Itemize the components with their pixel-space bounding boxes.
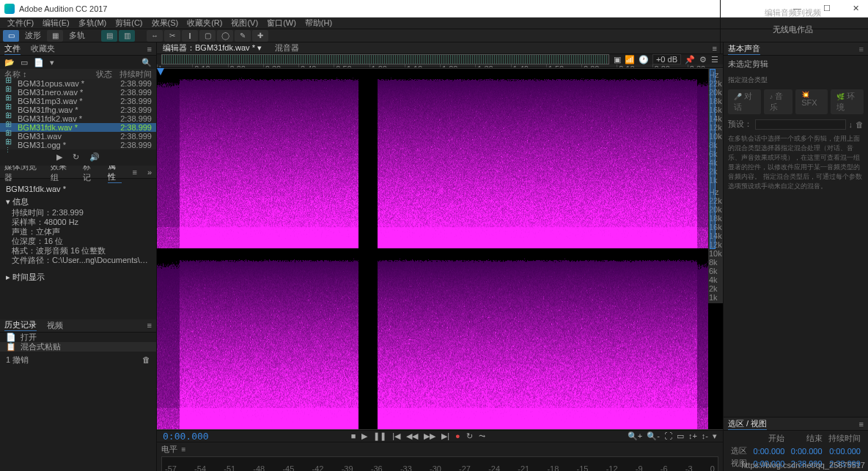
trash-icon[interactable]: 🗑 xyxy=(142,355,150,364)
menu-clip[interactable]: 剪辑(C) xyxy=(112,17,145,29)
workspace-default[interactable]: 默认 xyxy=(785,0,801,1)
col-name[interactable]: 名称 ↕ xyxy=(4,69,96,79)
sel-end[interactable]: 0:00.000 xyxy=(787,445,825,457)
file-import-icon[interactable]: 📄 xyxy=(34,58,44,67)
zoom-out-icon[interactable]: 🔍- xyxy=(647,431,660,441)
pill-dialogue[interactable]: 🎤 对话 xyxy=(728,89,761,114)
menu-effects[interactable]: 效果(S) xyxy=(149,17,182,29)
multitrack-view-button[interactable]: ▦ xyxy=(47,30,63,42)
sel-start[interactable]: 0:00.000 xyxy=(750,445,787,457)
props-time-display-section[interactable]: ▸ 时间显示 xyxy=(6,272,150,282)
spectrogram-left-channel[interactable] xyxy=(157,69,708,248)
tool-lasso[interactable]: ◯ xyxy=(217,30,233,42)
tab-properties[interactable]: 属性 xyxy=(108,166,122,183)
panel-menu-icon[interactable]: ≡ xyxy=(859,420,864,429)
pause-button[interactable]: ❚❚ xyxy=(373,431,386,441)
file-row[interactable]: ⊞⋮BGM31.ogg *2:38.999 xyxy=(0,141,156,149)
multitrack-label[interactable]: 多轨 xyxy=(65,30,89,41)
menu-multitrack[interactable]: 多轨(M) xyxy=(76,17,110,29)
ffwd-button[interactable]: ▶▶ xyxy=(424,431,435,441)
spectral-freq-button[interactable]: ▤ xyxy=(101,30,117,42)
tool-razor[interactable]: ✂ xyxy=(164,30,180,42)
panel-menu-icon[interactable]: ≡ xyxy=(859,45,864,53)
props-info-section[interactable]: ▾ 信息 xyxy=(6,197,150,207)
file-loop-icon[interactable]: ↻ xyxy=(73,152,79,162)
waveform-label[interactable]: 波形 xyxy=(21,30,45,41)
channel-pref-icon[interactable]: ⚙ xyxy=(699,55,707,64)
file-row[interactable]: ⊞⋮BGM31fhg.wav *2:38.999 xyxy=(0,105,156,114)
goto-start-button[interactable]: |◀ xyxy=(392,431,400,441)
tool-heal[interactable]: ✚ xyxy=(252,30,268,42)
tab-files[interactable]: 文件 xyxy=(4,43,21,55)
panel-menu-icon[interactable]: ≡ xyxy=(713,44,717,53)
file-autoplay-icon[interactable]: 🔊 xyxy=(89,152,100,162)
zoom-out-vert-icon[interactable]: ↕- xyxy=(702,431,708,441)
file-row[interactable]: ⊞⋮BGM31fdk.wav *2:38.999 xyxy=(0,123,156,132)
panel-overflow-icon[interactable]: » xyxy=(147,168,152,177)
menu-help[interactable]: 帮助(H) xyxy=(302,17,335,29)
pill-ambience[interactable]: 🌿 环境 xyxy=(831,89,864,114)
skip-button[interactable]: ⤳ xyxy=(479,431,485,441)
spectrogram-right-channel[interactable] xyxy=(157,250,708,429)
preset-save-icon[interactable]: ↓ xyxy=(849,120,853,129)
workspace-radio[interactable]: 无线电作品 xyxy=(773,24,813,35)
tool-time-select[interactable]: I xyxy=(182,30,198,42)
panel-menu-icon[interactable]: ≡ xyxy=(147,321,152,330)
editor-tab[interactable]: 编辑器：BGM31fdk.wav * ▾ xyxy=(163,42,262,53)
panel-menu-icon[interactable]: ≡ xyxy=(132,168,136,177)
tab-essential-sound[interactable]: 基本声音 xyxy=(728,43,760,55)
pin-icon[interactable]: 📌 xyxy=(685,55,695,64)
history-item[interactable]: 📋混合式粘贴 xyxy=(0,342,156,352)
channel-list-icon[interactable]: ☰ xyxy=(711,55,718,64)
hud-icon[interactable]: ▣ xyxy=(614,55,621,64)
tab-selection-view[interactable]: 选区 / 视图 xyxy=(728,418,767,430)
tab-video[interactable]: 视频 xyxy=(47,320,63,331)
file-row[interactable]: ⊞⋮BGM31opus.wav *2:38.999 xyxy=(0,79,156,88)
file-row[interactable]: ⊞⋮BGM31nero.wav *2:38.999 xyxy=(0,88,156,97)
stop-button[interactable]: ■ xyxy=(351,431,356,441)
zoom-menu-icon[interactable]: ▾ xyxy=(713,431,717,441)
waveform-view-button[interactable]: ▭ xyxy=(3,30,19,42)
clock-icon[interactable]: 🕐 xyxy=(639,55,649,64)
tab-effects-rack[interactable]: 效果组 xyxy=(51,166,73,183)
file-row[interactable]: ⊞⋮BGM31.wav2:38.999 xyxy=(0,132,156,141)
loop-button[interactable]: ↻ xyxy=(466,431,473,441)
tab-markers[interactable]: 标记 xyxy=(83,166,98,183)
menu-view[interactable]: 视图(V) xyxy=(228,17,261,29)
mixer-tab[interactable]: 混音器 xyxy=(275,43,299,53)
pill-music[interactable]: ♪ 音乐 xyxy=(764,89,792,114)
sel-dur[interactable]: 0:00.000 xyxy=(825,445,864,457)
zoom-in-icon[interactable]: 🔍+ xyxy=(628,431,642,441)
zoom-full-icon[interactable]: ⛶ xyxy=(664,431,672,441)
timecode-display[interactable]: 0:00.000 xyxy=(163,431,209,442)
menu-window[interactable]: 窗口(W) xyxy=(264,17,299,29)
file-open-icon[interactable]: 📂 xyxy=(4,58,15,67)
record-button[interactable]: ● xyxy=(455,431,460,441)
menu-favorites[interactable]: 收藏夹(R) xyxy=(184,17,225,29)
tool-marquee[interactable]: ▢ xyxy=(199,30,216,42)
overview-navigator[interactable] xyxy=(161,54,609,64)
tab-history[interactable]: 历史记录 xyxy=(4,319,37,331)
play-button[interactable]: ▶ xyxy=(361,431,367,441)
preset-delete-icon[interactable]: 🗑 xyxy=(856,120,864,129)
spectral-pitch-button[interactable]: ▥ xyxy=(119,30,135,42)
col-status[interactable]: 状态 xyxy=(96,69,119,79)
menu-file[interactable]: 文件(F) xyxy=(4,17,37,29)
file-row[interactable]: ⊞⋮BGM31fdk2.wav *2:38.999 xyxy=(0,114,156,123)
volume-icon[interactable]: 📶 xyxy=(625,55,635,64)
search-icon[interactable]: 🔍 xyxy=(141,58,152,67)
tool-brush[interactable]: ✎ xyxy=(235,30,251,42)
preset-dropdown[interactable] xyxy=(755,119,846,130)
file-play-icon[interactable]: ▶ xyxy=(56,152,62,162)
level-meter[interactable]: -57-54-51-48-45-42-39-36-33-30-27-24-21-… xyxy=(161,456,718,471)
gain-readout[interactable]: +0 dB xyxy=(652,54,681,64)
rewind-button[interactable]: ◀◀ xyxy=(406,431,418,441)
file-row[interactable]: ⊞⋮BGM31mp3.wav *2:38.999 xyxy=(0,97,156,105)
panel-menu-icon[interactable]: ≡ xyxy=(147,45,152,53)
tool-move[interactable]: ↔ xyxy=(147,30,163,42)
col-duration[interactable]: 持续时间 xyxy=(119,69,152,79)
tab-media-browser[interactable]: 媒体浏览器 xyxy=(4,166,40,183)
zoom-sel-icbook[interactable]: ▭ xyxy=(677,431,684,441)
file-new-icon[interactable]: ▭ xyxy=(21,58,28,67)
file-filter-icon[interactable]: ▾ xyxy=(50,58,54,67)
